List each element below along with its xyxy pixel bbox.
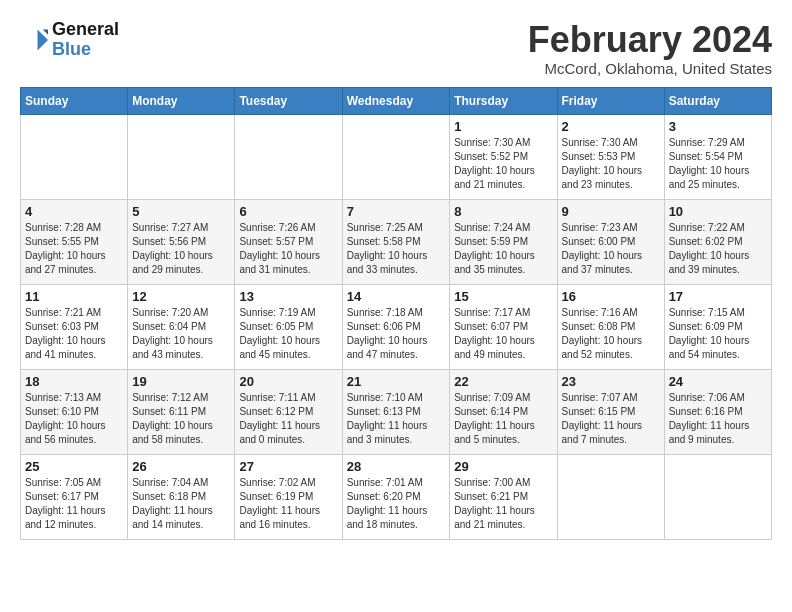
day-info: Sunrise: 7:23 AM Sunset: 6:00 PM Dayligh… bbox=[562, 221, 660, 277]
calendar-cell: 9Sunrise: 7:23 AM Sunset: 6:00 PM Daylig… bbox=[557, 199, 664, 284]
calendar-cell: 4Sunrise: 7:28 AM Sunset: 5:55 PM Daylig… bbox=[21, 199, 128, 284]
day-number: 16 bbox=[562, 289, 660, 304]
logo-line2: Blue bbox=[52, 40, 119, 60]
day-info: Sunrise: 7:02 AM Sunset: 6:19 PM Dayligh… bbox=[239, 476, 337, 532]
day-number: 10 bbox=[669, 204, 767, 219]
day-number: 5 bbox=[132, 204, 230, 219]
weekday-header: Wednesday bbox=[342, 87, 450, 114]
calendar-cell: 3Sunrise: 7:29 AM Sunset: 5:54 PM Daylig… bbox=[664, 114, 771, 199]
day-number: 14 bbox=[347, 289, 446, 304]
day-info: Sunrise: 7:09 AM Sunset: 6:14 PM Dayligh… bbox=[454, 391, 552, 447]
day-info: Sunrise: 7:12 AM Sunset: 6:11 PM Dayligh… bbox=[132, 391, 230, 447]
month-title: February 2024 bbox=[528, 20, 772, 60]
calendar-cell: 10Sunrise: 7:22 AM Sunset: 6:02 PM Dayli… bbox=[664, 199, 771, 284]
calendar-cell bbox=[342, 114, 450, 199]
day-number: 8 bbox=[454, 204, 552, 219]
calendar-cell: 7Sunrise: 7:25 AM Sunset: 5:58 PM Daylig… bbox=[342, 199, 450, 284]
logo-text: General Blue bbox=[52, 20, 119, 60]
day-number: 21 bbox=[347, 374, 446, 389]
day-info: Sunrise: 7:16 AM Sunset: 6:08 PM Dayligh… bbox=[562, 306, 660, 362]
day-info: Sunrise: 7:28 AM Sunset: 5:55 PM Dayligh… bbox=[25, 221, 123, 277]
day-info: Sunrise: 7:11 AM Sunset: 6:12 PM Dayligh… bbox=[239, 391, 337, 447]
logo-icon bbox=[20, 26, 48, 54]
day-number: 12 bbox=[132, 289, 230, 304]
calendar-cell bbox=[557, 454, 664, 539]
calendar-cell: 22Sunrise: 7:09 AM Sunset: 6:14 PM Dayli… bbox=[450, 369, 557, 454]
day-info: Sunrise: 7:29 AM Sunset: 5:54 PM Dayligh… bbox=[669, 136, 767, 192]
day-number: 15 bbox=[454, 289, 552, 304]
calendar-cell: 24Sunrise: 7:06 AM Sunset: 6:16 PM Dayli… bbox=[664, 369, 771, 454]
day-info: Sunrise: 7:07 AM Sunset: 6:15 PM Dayligh… bbox=[562, 391, 660, 447]
day-info: Sunrise: 7:27 AM Sunset: 5:56 PM Dayligh… bbox=[132, 221, 230, 277]
day-info: Sunrise: 7:20 AM Sunset: 6:04 PM Dayligh… bbox=[132, 306, 230, 362]
calendar-cell: 5Sunrise: 7:27 AM Sunset: 5:56 PM Daylig… bbox=[128, 199, 235, 284]
calendar-cell: 23Sunrise: 7:07 AM Sunset: 6:15 PM Dayli… bbox=[557, 369, 664, 454]
calendar-week-row: 11Sunrise: 7:21 AM Sunset: 6:03 PM Dayli… bbox=[21, 284, 772, 369]
weekday-header-row: SundayMondayTuesdayWednesdayThursdayFrid… bbox=[21, 87, 772, 114]
day-info: Sunrise: 7:00 AM Sunset: 6:21 PM Dayligh… bbox=[454, 476, 552, 532]
calendar-week-row: 4Sunrise: 7:28 AM Sunset: 5:55 PM Daylig… bbox=[21, 199, 772, 284]
calendar-cell bbox=[235, 114, 342, 199]
day-number: 6 bbox=[239, 204, 337, 219]
calendar-week-row: 18Sunrise: 7:13 AM Sunset: 6:10 PM Dayli… bbox=[21, 369, 772, 454]
day-info: Sunrise: 7:24 AM Sunset: 5:59 PM Dayligh… bbox=[454, 221, 552, 277]
day-info: Sunrise: 7:15 AM Sunset: 6:09 PM Dayligh… bbox=[669, 306, 767, 362]
calendar-cell: 16Sunrise: 7:16 AM Sunset: 6:08 PM Dayli… bbox=[557, 284, 664, 369]
calendar-cell: 27Sunrise: 7:02 AM Sunset: 6:19 PM Dayli… bbox=[235, 454, 342, 539]
weekday-header: Saturday bbox=[664, 87, 771, 114]
calendar-cell: 29Sunrise: 7:00 AM Sunset: 6:21 PM Dayli… bbox=[450, 454, 557, 539]
day-info: Sunrise: 7:10 AM Sunset: 6:13 PM Dayligh… bbox=[347, 391, 446, 447]
page-header: General Blue February 2024 McCord, Oklah… bbox=[20, 20, 772, 77]
calendar-cell: 2Sunrise: 7:30 AM Sunset: 5:53 PM Daylig… bbox=[557, 114, 664, 199]
weekday-header: Thursday bbox=[450, 87, 557, 114]
day-number: 4 bbox=[25, 204, 123, 219]
day-info: Sunrise: 7:13 AM Sunset: 6:10 PM Dayligh… bbox=[25, 391, 123, 447]
day-info: Sunrise: 7:18 AM Sunset: 6:06 PM Dayligh… bbox=[347, 306, 446, 362]
calendar-cell: 25Sunrise: 7:05 AM Sunset: 6:17 PM Dayli… bbox=[21, 454, 128, 539]
day-number: 19 bbox=[132, 374, 230, 389]
weekday-header: Tuesday bbox=[235, 87, 342, 114]
day-number: 11 bbox=[25, 289, 123, 304]
calendar-cell: 15Sunrise: 7:17 AM Sunset: 6:07 PM Dayli… bbox=[450, 284, 557, 369]
title-block: February 2024 McCord, Oklahoma, United S… bbox=[528, 20, 772, 77]
calendar-cell: 12Sunrise: 7:20 AM Sunset: 6:04 PM Dayli… bbox=[128, 284, 235, 369]
calendar-cell: 17Sunrise: 7:15 AM Sunset: 6:09 PM Dayli… bbox=[664, 284, 771, 369]
day-number: 22 bbox=[454, 374, 552, 389]
day-info: Sunrise: 7:06 AM Sunset: 6:16 PM Dayligh… bbox=[669, 391, 767, 447]
day-number: 17 bbox=[669, 289, 767, 304]
calendar-cell: 20Sunrise: 7:11 AM Sunset: 6:12 PM Dayli… bbox=[235, 369, 342, 454]
calendar-cell: 8Sunrise: 7:24 AM Sunset: 5:59 PM Daylig… bbox=[450, 199, 557, 284]
day-number: 20 bbox=[239, 374, 337, 389]
calendar-cell: 28Sunrise: 7:01 AM Sunset: 6:20 PM Dayli… bbox=[342, 454, 450, 539]
day-number: 7 bbox=[347, 204, 446, 219]
day-number: 29 bbox=[454, 459, 552, 474]
svg-marker-1 bbox=[43, 29, 48, 34]
calendar-cell bbox=[21, 114, 128, 199]
day-number: 3 bbox=[669, 119, 767, 134]
calendar-week-row: 1Sunrise: 7:30 AM Sunset: 5:52 PM Daylig… bbox=[21, 114, 772, 199]
day-number: 2 bbox=[562, 119, 660, 134]
day-number: 13 bbox=[239, 289, 337, 304]
calendar-cell: 14Sunrise: 7:18 AM Sunset: 6:06 PM Dayli… bbox=[342, 284, 450, 369]
day-info: Sunrise: 7:30 AM Sunset: 5:53 PM Dayligh… bbox=[562, 136, 660, 192]
day-info: Sunrise: 7:01 AM Sunset: 6:20 PM Dayligh… bbox=[347, 476, 446, 532]
calendar-cell: 18Sunrise: 7:13 AM Sunset: 6:10 PM Dayli… bbox=[21, 369, 128, 454]
day-number: 25 bbox=[25, 459, 123, 474]
day-number: 9 bbox=[562, 204, 660, 219]
day-number: 26 bbox=[132, 459, 230, 474]
location: McCord, Oklahoma, United States bbox=[528, 60, 772, 77]
logo-line1: General bbox=[52, 20, 119, 40]
calendar-cell: 26Sunrise: 7:04 AM Sunset: 6:18 PM Dayli… bbox=[128, 454, 235, 539]
calendar: SundayMondayTuesdayWednesdayThursdayFrid… bbox=[20, 87, 772, 540]
day-info: Sunrise: 7:17 AM Sunset: 6:07 PM Dayligh… bbox=[454, 306, 552, 362]
calendar-cell bbox=[128, 114, 235, 199]
day-number: 18 bbox=[25, 374, 123, 389]
calendar-cell: 1Sunrise: 7:30 AM Sunset: 5:52 PM Daylig… bbox=[450, 114, 557, 199]
day-info: Sunrise: 7:04 AM Sunset: 6:18 PM Dayligh… bbox=[132, 476, 230, 532]
day-info: Sunrise: 7:26 AM Sunset: 5:57 PM Dayligh… bbox=[239, 221, 337, 277]
day-info: Sunrise: 7:05 AM Sunset: 6:17 PM Dayligh… bbox=[25, 476, 123, 532]
day-number: 24 bbox=[669, 374, 767, 389]
logo: General Blue bbox=[20, 20, 119, 60]
day-number: 23 bbox=[562, 374, 660, 389]
day-info: Sunrise: 7:30 AM Sunset: 5:52 PM Dayligh… bbox=[454, 136, 552, 192]
